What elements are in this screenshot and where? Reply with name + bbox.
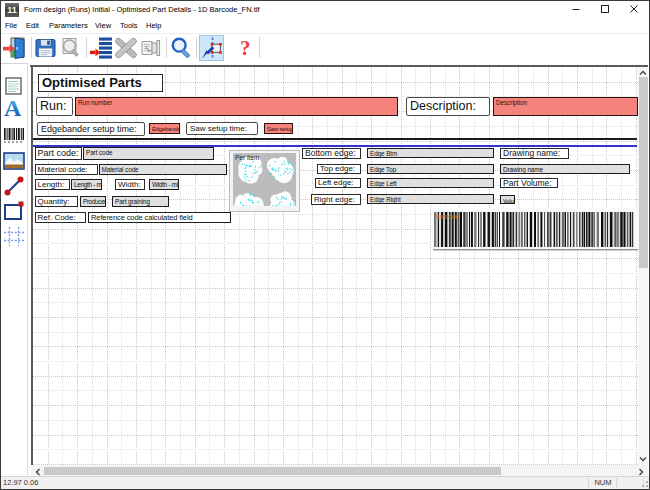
bottom-edge-label-box[interactable]: Bottom edge: <box>302 148 361 159</box>
minimize-button[interactable] <box>561 0 590 18</box>
delete-button[interactable] <box>114 35 139 61</box>
formatted-label-icon <box>3 77 24 95</box>
scroll-down-icon[interactable] <box>639 456 647 462</box>
menu-parameters[interactable]: Parameters <box>49 18 88 33</box>
image-tool[interactable] <box>2 149 25 172</box>
toolbar-separator <box>86 37 87 58</box>
menu-help[interactable]: Help <box>146 18 161 33</box>
grid-line <box>548 67 549 466</box>
grid-line <box>33 273 638 274</box>
separator-line-black[interactable] <box>33 138 637 140</box>
run-label-box[interactable]: Run: <box>36 97 73 116</box>
menu-file[interactable]: File <box>5 18 17 33</box>
print-preview-button[interactable] <box>58 35 83 61</box>
line-tool[interactable] <box>2 174 25 197</box>
image-icon <box>3 152 25 170</box>
per-item-image[interactable]: Per item <box>229 150 300 212</box>
part-code-field-text: Part code <box>84 148 213 157</box>
vertical-scrollbar[interactable] <box>638 67 648 465</box>
left-edge-label-box[interactable]: Left edge: <box>315 178 361 188</box>
resize-grip-icon[interactable] <box>639 478 649 488</box>
grid-line <box>33 449 638 450</box>
width-label-box[interactable]: Width: <box>115 179 145 190</box>
material-label-box[interactable]: Material code: <box>35 164 98 175</box>
barcode-object[interactable]: Barcode <box>431 208 638 251</box>
maximize-button[interactable] <box>590 0 619 18</box>
description-field-text: Description <box>494 98 637 107</box>
edgebander-field-box[interactable]: Edgebande <box>149 123 180 134</box>
width-field-box[interactable]: Width - mil <box>149 179 179 190</box>
grid-line <box>33 332 638 333</box>
length-label-box[interactable]: Length: <box>35 179 70 190</box>
part-code-label-box[interactable]: Part code: <box>35 147 82 160</box>
grid-line <box>33 346 638 347</box>
volume-field-box[interactable]: Volu <box>500 195 515 204</box>
status-num-indicator: NUM <box>589 477 617 489</box>
left-edge-field-box[interactable]: Edge Left <box>367 178 494 188</box>
graining-field-box[interactable]: Part graining <box>112 196 169 207</box>
text-tool[interactable]: A <box>2 96 25 119</box>
grid-line <box>33 420 638 421</box>
zoom-button[interactable] <box>169 35 194 61</box>
grid-line <box>371 67 372 466</box>
scroll-right-icon[interactable] <box>638 468 644 476</box>
length-field-text: Length - m <box>72 180 101 189</box>
run-field-text: Run number <box>76 98 397 107</box>
part-code-field-box[interactable]: Part code <box>83 147 214 160</box>
horizontal-scroll-thumb[interactable] <box>44 467 501 475</box>
grid-line <box>606 67 607 466</box>
exit-button[interactable] <box>2 35 27 61</box>
rectangle-icon <box>3 200 25 222</box>
menu-tools[interactable]: Tools <box>120 18 138 33</box>
barcode-tool[interactable] <box>2 124 25 147</box>
drawing-name-label-box[interactable]: Drawing name: <box>500 148 569 159</box>
top-edge-label-box[interactable]: Top edge: <box>317 164 361 174</box>
edgebander-label-box[interactable]: Edgebander setup time: <box>37 122 145 136</box>
right-edge-field-box[interactable]: Edge Right <box>367 194 494 204</box>
quantity-label-box[interactable]: Quantity: <box>35 196 78 207</box>
toolbar-separator <box>259 37 260 58</box>
right-edge-label-box[interactable]: Right edge: <box>311 194 361 205</box>
design-canvas[interactable]: Optimised Parts Run: Run number Descript… <box>33 67 638 466</box>
ref-code-label-box[interactable]: Ref. Code: <box>35 212 86 223</box>
grid-table-tool[interactable] <box>2 225 25 248</box>
print-form-button[interactable] <box>139 35 164 61</box>
menu-view[interactable]: View <box>95 18 111 33</box>
horizontal-scrollbar[interactable] <box>31 465 648 476</box>
form-title-box[interactable]: Optimised Parts <box>38 74 163 92</box>
help-button[interactable]: ? <box>232 35 257 61</box>
minimize-icon <box>571 4 581 14</box>
grid-line <box>489 67 490 466</box>
toolbar: ? <box>0 33 650 62</box>
run-field-box[interactable]: Run number <box>75 97 398 116</box>
rectangle-tool[interactable] <box>2 199 25 222</box>
select-tool-icon <box>200 37 223 59</box>
material-field-text: Material code <box>100 165 226 174</box>
close-button[interactable] <box>619 0 649 18</box>
saw-label-box[interactable]: Saw setup time: <box>186 122 258 135</box>
insert-fields-button[interactable] <box>89 35 114 61</box>
scroll-left-icon[interactable] <box>35 468 41 476</box>
save-button[interactable] <box>33 35 58 61</box>
ref-code-field-box[interactable]: Reference code calculated field <box>88 212 231 223</box>
drawing-name-field-box[interactable]: Drawing name <box>500 164 630 174</box>
vertical-scroll-thumb[interactable] <box>639 77 648 268</box>
top-edge-field-box[interactable]: Edge Top <box>367 164 494 174</box>
barcode-1d-icon: Barcode <box>431 208 638 251</box>
formatted-label-tool[interactable] <box>2 74 25 97</box>
description-label-box[interactable]: Description: <box>406 97 490 116</box>
length-field-box[interactable]: Length - m <box>71 179 102 190</box>
produced-field-box[interactable]: Produced <box>80 196 106 207</box>
grid-line <box>459 67 460 466</box>
material-field-box[interactable]: Material code <box>99 164 227 175</box>
part-volume-label-box[interactable]: Part Volume: <box>500 178 558 188</box>
menu-edit[interactable]: Edit <box>26 18 39 33</box>
right-edge-field-text: Edge Right <box>368 195 493 204</box>
bottom-edge-field-box[interactable]: Edge Btm <box>367 148 494 159</box>
saw-field-box[interactable]: Saw setup <box>264 123 293 134</box>
grid-line <box>180 67 181 466</box>
select-tool-button[interactable] <box>199 35 224 61</box>
zoom-icon <box>170 37 193 59</box>
scroll-up-icon[interactable] <box>639 70 647 76</box>
description-field-box[interactable]: Description <box>493 97 638 116</box>
